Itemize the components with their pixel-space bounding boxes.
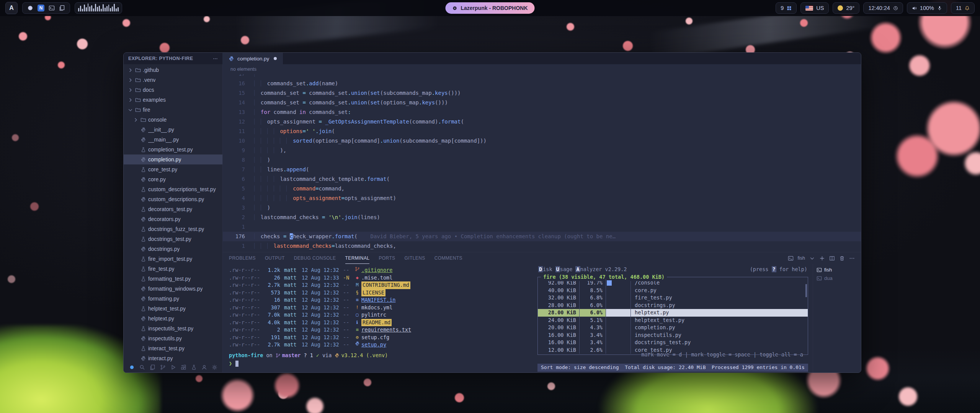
tree-folder-docs[interactable]: docs <box>124 85 222 95</box>
search-icon[interactable] <box>139 364 145 370</box>
panel-tab-debug-console[interactable]: DEBUG CONSOLE <box>294 252 336 264</box>
code-line[interactable]: 7 lines.append( <box>223 165 861 174</box>
n-badge-icon[interactable]: N <box>38 5 44 11</box>
settings-icon[interactable] <box>212 364 217 370</box>
now-playing-widget[interactable]: Lazerpunk - ROBOPHONK <box>445 2 534 14</box>
code-line[interactable]: 4 opts_assignment=opts_assignment) <box>223 193 861 203</box>
kill-terminal-button[interactable] <box>839 255 845 261</box>
dua-row-core.py[interactable]: 40.00 KiB8.5%core.py <box>538 287 808 294</box>
tree-file-docstrings_fuzz_test.py[interactable]: docstrings_fuzz_test.py <box>124 224 222 234</box>
files-app-icon[interactable] <box>59 5 65 11</box>
debug-icon[interactable] <box>170 364 176 370</box>
dua-row-docstrings.py[interactable]: 28.00 KiB6.0%docstrings.py <box>538 302 808 309</box>
clock-widget[interactable]: 12:40:24 <box>863 2 903 14</box>
volume-widget[interactable]: 100% <box>907 2 947 14</box>
panel-tab-comments[interactable]: COMMENTS <box>434 252 462 264</box>
code-line[interactable]: 3 ) <box>223 203 861 213</box>
tree-file-inspectutils.py[interactable]: inspectutils.py <box>124 333 222 343</box>
tree-file-fire_test.py[interactable]: fire_test.py <box>124 264 222 274</box>
code-line[interactable]: 17 """ <box>223 74 861 79</box>
code-line[interactable]: 1 <box>223 222 861 232</box>
tree-file-inspectutils_test.py[interactable]: inspectutils_test.py <box>124 324 222 333</box>
code-line[interactable]: 15 commands_set = commands_set.union(set… <box>223 88 861 98</box>
tree-file-custom_descriptions.py[interactable]: custom_descriptions.py <box>124 194 222 204</box>
code-line[interactable]: 2 lastcommand_checks = '\n'.join(lines) <box>223 213 861 222</box>
panel-tab-output[interactable]: OUTPUT <box>265 252 285 264</box>
extensions-icon[interactable] <box>181 364 186 370</box>
tree-file-helptext.py[interactable]: helptext.py <box>124 314 222 324</box>
tree-file-__init__.py[interactable]: __init__.py <box>124 125 222 135</box>
tree-file-custom_descriptions_test.py[interactable]: custom_descriptions_test.py <box>124 184 222 194</box>
code-line[interactable]: 13 for command in commands_set: <box>223 107 861 117</box>
chevron-down-icon[interactable] <box>809 255 815 261</box>
terminal-pane[interactable]: .rw-r--r--1.2kmatt12 Aug 12:32--.gitigno… <box>223 264 533 372</box>
dua-scrollbar[interactable] <box>805 284 807 297</box>
code-line[interactable]: 8 ) <box>223 155 861 165</box>
dua-row-helptext_test.py[interactable]: 24.00 KiB5.1%helptext_test.py <box>538 317 808 324</box>
account-icon[interactable] <box>201 364 207 370</box>
breadcrumb[interactable]: no elements <box>223 64 861 74</box>
dua-row-fire_test.py[interactable]: 32.00 KiB6.8%fire_test.py <box>538 294 808 302</box>
code-line[interactable]: 6 lastcommand_check_template.format( <box>223 174 861 184</box>
code-line[interactable]: 14 commands_set = commands_set.union(set… <box>223 98 861 107</box>
code-line[interactable]: 5 command=command, <box>223 184 861 193</box>
tab-completion-py[interactable]: completion.py <box>222 53 283 64</box>
tree-folder-.venv[interactable]: .venv <box>124 75 222 85</box>
tree-file-docstrings.py[interactable]: docstrings.py <box>124 244 222 254</box>
tree-file-formatting_windows.py[interactable]: formatting_windows.py <box>124 284 222 294</box>
tree-file-completion_test.py[interactable]: completion_test.py <box>124 145 222 154</box>
code-line[interactable]: 16 commands_set.add(name) <box>223 79 861 88</box>
testing-icon[interactable] <box>191 364 197 370</box>
explorer-actions-icon[interactable] <box>213 56 218 61</box>
dua-row-inspectutils.py[interactable]: 16.00 KiB3.4%inspectutils.py <box>538 332 808 339</box>
dua-row-core_test.py[interactable]: 12.00 KiB2.6%core_test.py <box>538 346 808 354</box>
weather-widget[interactable]: 29° <box>833 2 859 14</box>
tree-file-interact.py[interactable]: interact.py <box>124 353 222 362</box>
tree-file-helptext_test.py[interactable]: helptext_test.py <box>124 304 222 314</box>
dua-row-completion.py[interactable]: 20.00 KiB4.3%completion.py <box>538 324 808 332</box>
tree-file-docstrings_test.py[interactable]: docstrings_test.py <box>124 234 222 244</box>
terminal-input-line[interactable]: ❯ <box>229 360 533 367</box>
dua-pane[interactable]: Disk Usage Analyzer v2.29.2 (press ? for… <box>533 264 813 372</box>
tree-file-core.py[interactable]: core.py <box>124 174 222 184</box>
new-terminal-button[interactable] <box>819 255 825 261</box>
tree-folder-.github[interactable]: .github <box>124 65 222 75</box>
keyboard-layout-widget[interactable]: US <box>800 2 829 14</box>
tree-folder-examples[interactable]: examples <box>124 95 222 105</box>
tree-file-formatting.py[interactable]: formatting.py <box>124 294 222 304</box>
notifications-widget[interactable]: 11 <box>951 2 975 14</box>
tree-folder-fire[interactable]: fire <box>124 105 222 115</box>
disc-icon[interactable] <box>27 5 33 11</box>
modified-dot-icon[interactable] <box>274 57 277 60</box>
tree-file-__main__.py[interactable]: __main__.py <box>124 135 222 145</box>
audio-visualizer-widget[interactable] <box>75 2 122 14</box>
tree-file-core_test.py[interactable]: core_test.py <box>124 164 222 174</box>
panel-tab-problems[interactable]: PROBLEMS <box>229 252 256 264</box>
terminal-list-item-fish[interactable]: fish <box>813 266 861 274</box>
code-line[interactable]: 1 lastcommand_checks=lastcommand_checks, <box>223 241 861 251</box>
split-terminal-button[interactable] <box>829 255 835 261</box>
code-line[interactable]: 11 options=' '.join( <box>223 127 861 136</box>
code-editor[interactable]: 17 """16 commands_set.add(name)15 comman… <box>223 74 861 252</box>
source-control-icon[interactable] <box>160 364 166 370</box>
more-actions-button[interactable] <box>849 255 855 261</box>
dua-row-docstrings_test.py[interactable]: 16.00 KiB3.4%docstrings_test.py <box>538 339 808 346</box>
workspace-widget[interactable]: 9 <box>776 2 797 14</box>
panel-tab-terminal[interactable]: TERMINAL <box>345 252 370 264</box>
terminal-list-item-dua[interactable]: dua <box>813 274 861 283</box>
code-line[interactable]: 12 opts_assignment = _GetOptsAssignmentT… <box>223 117 861 127</box>
tree-file-fire_import_test.py[interactable]: fire_import_test.py <box>124 254 222 264</box>
tree-file-decorators.py[interactable]: decorators.py <box>124 214 222 224</box>
tree-file-decorators_test.py[interactable]: decorators_test.py <box>124 204 222 214</box>
dua-row-helptext.py[interactable]: 28.00 KiB6.0%helptext.py <box>538 309 808 317</box>
files-icon[interactable] <box>150 364 155 370</box>
launcher-button[interactable]: A <box>5 2 18 14</box>
panel-tab-ports[interactable]: PORTS <box>379 252 395 264</box>
remote-icon[interactable] <box>129 364 135 370</box>
code-line-current[interactable]: 176 checks = check_wrapper.format( David… <box>223 232 861 241</box>
code-line[interactable]: 10 sorted(options_map[command].union(sub… <box>223 136 861 146</box>
tree-file-formatting_test.py[interactable]: formatting_test.py <box>124 274 222 284</box>
tree-folder-console[interactable]: console <box>124 115 222 125</box>
code-line[interactable]: 9 ), <box>223 146 861 155</box>
terminal-app-icon[interactable] <box>49 5 55 11</box>
